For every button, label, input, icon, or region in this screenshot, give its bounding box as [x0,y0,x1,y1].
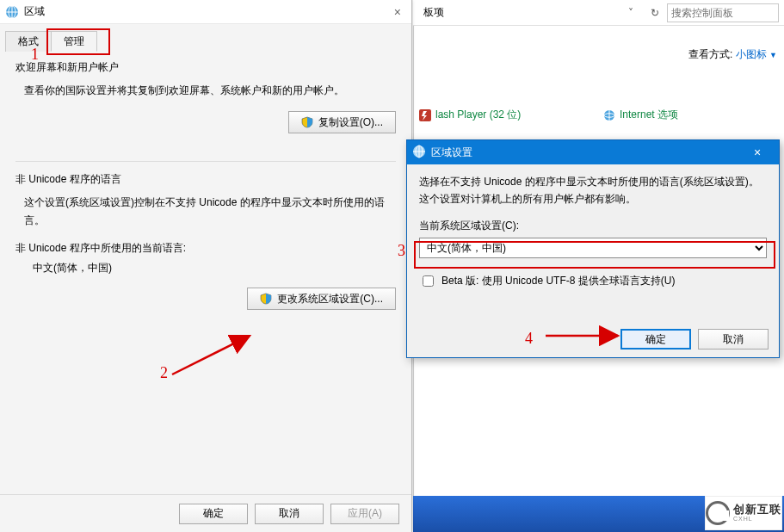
search-input[interactable] [667,3,779,22]
breadcrumb-segment[interactable]: 板项 [418,5,449,20]
shield-icon [260,293,272,305]
apply-button: 应用(A) [330,504,399,524]
copy-settings-button[interactable]: 复制设置(O)... [288,111,396,133]
change-locale-label: 更改系统区域设置(C)... [277,292,383,306]
logo-text: 创新互联 CXHL [733,504,781,523]
shield-icon [301,116,313,128]
ok-button[interactable]: 确定 [179,504,248,524]
locale-desc: 选择在不支持 Unicode 的程序中显示文本时所使用的语言(系统区域设置)。这… [419,173,767,208]
nonunicode-group: 非 Unicode 程序的语言 这个设置(系统区域设置)控制在不支持 Unico… [15,172,396,310]
region-footer: 确定 取消 应用(A) [0,494,411,532]
welcome-group: 欢迎屏幕和新用户帐户 查看你的国际设置并将其复制到欢迎屏幕、系统帐户和新的用户帐… [15,60,396,145]
close-icon[interactable]: × [741,143,774,162]
cp-item-flash[interactable]: lash Player (32 位) [418,108,521,122]
locale-title-text: 区域设置 [431,145,472,160]
view-mode-label: 查看方式: [688,48,732,60]
welcome-title: 欢迎屏幕和新用户帐户 [15,60,396,75]
copy-settings-label: 复制设置(O)... [318,115,383,130]
locale-select-label: 当前系统区域设置(C): [419,217,767,234]
nonunicode-title: 非 Unicode 程序的语言 [15,172,396,187]
tab-admin[interactable]: 管理 [51,31,97,52]
locale-footer: 确定 取消 [407,321,779,357]
locale-body: 选择在不支持 Unicode 的程序中显示文本时所使用的语言(系统区域设置)。这… [407,164,779,299]
cancel-button[interactable]: 取消 [255,504,324,524]
tabs-row: 格式 管理 [0,24,411,52]
region-dialog: 区域 × 格式 管理 欢迎屏幕和新用户帐户 查看你的国际设置并将其复制到欢迎屏幕… [0,0,412,532]
locale-dialog: 区域设置 × 选择在不支持 Unicode 的程序中显示文本时所使用的语言(系统… [406,139,780,358]
region-body: 欢迎屏幕和新用户帐户 查看你的国际设置并将其复制到欢迎屏幕、系统帐户和新的用户帐… [0,52,411,310]
beta-utf8-checkbox[interactable] [423,275,434,287]
view-mode-link[interactable]: 小图标 ▼ [736,48,777,60]
globe-icon [5,5,19,19]
current-lang-value: 中文(简体，中国) [33,261,396,275]
globe-icon [412,145,426,161]
beta-utf8-label: Beta 版: 使用 Unicode UTF-8 提供全球语言支持(U) [441,272,675,289]
current-lang-label: 非 Unicode 程序中所使用的当前语言: [15,241,396,256]
brand-logo: 创新互联 CXHL [705,496,782,530]
dropdown-icon[interactable]: ˅ [620,3,641,22]
control-panel-toolbar: 板项 ˅ ↻ [413,0,784,26]
logo-icon [706,501,730,525]
locale-select[interactable]: 中文(简体，中国) [419,238,767,258]
cp-item-internet[interactable]: Internet 选项 [602,108,678,122]
view-mode-row: 查看方式: 小图标 ▼ [413,47,777,66]
nonunicode-desc: 这个设置(系统区域设置)控制在不支持 Unicode 的程序中显示文本时所使用的… [24,194,396,229]
cancel-button[interactable]: 取消 [698,329,769,350]
flash-icon [418,108,432,122]
tab-format[interactable]: 格式 [5,31,52,52]
refresh-icon[interactable]: ↻ [645,3,665,22]
cp-item-label: lash Player (32 位) [435,108,521,122]
locale-titlebar[interactable]: 区域设置 × [407,140,779,164]
ok-button[interactable]: 确定 [620,329,691,350]
region-titlebar[interactable]: 区域 × [0,0,411,24]
change-locale-button[interactable]: 更改系统区域设置(C)... [247,288,396,310]
internet-icon [602,108,616,122]
close-icon[interactable]: × [389,5,406,19]
welcome-desc: 查看你的国际设置并将其复制到欢迎屏幕、系统帐户和新的用户帐户。 [24,82,396,99]
region-title-text: 区域 [24,4,45,19]
cp-item-label: Internet 选项 [620,108,678,122]
